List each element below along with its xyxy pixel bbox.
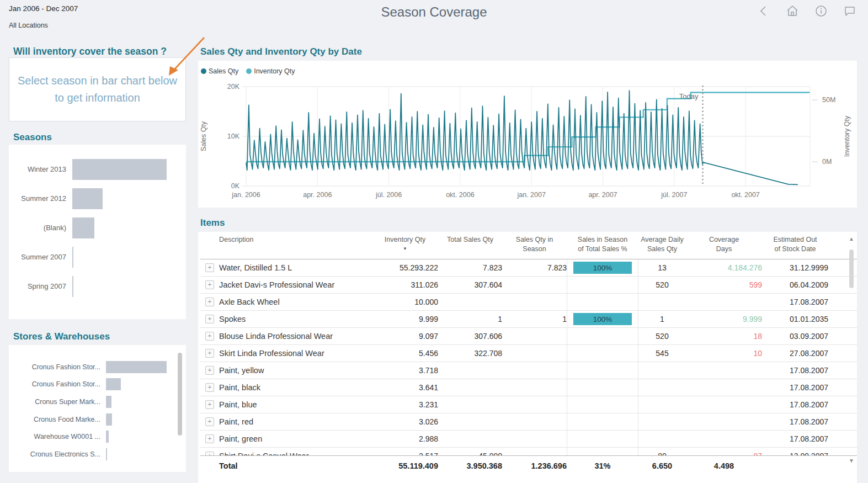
bar-spring-2007[interactable] — [72, 276, 73, 297]
cell-total: 322.708 — [438, 349, 502, 358]
cell-date: 17.08.2007 — [762, 383, 828, 392]
seasons-bar-chart: Winter 2013Summer 2012(Blank)Summer 2007… — [9, 145, 186, 319]
cell-coverage: 599 — [686, 280, 762, 289]
table-row[interactable]: +Paint, black3.64117.08.2007 — [200, 379, 857, 396]
expand-row-icon[interactable]: + — [205, 349, 214, 358]
bar-winter-2013[interactable] — [72, 159, 167, 180]
cell-total: 7.823 — [438, 263, 502, 272]
expand-row-icon[interactable]: + — [205, 263, 214, 272]
table-row[interactable]: +Spokes9.99911100%19.99901.01.2035 — [200, 311, 857, 328]
expander-cell: + — [200, 366, 219, 375]
items-scrollbar-thumb[interactable] — [849, 250, 854, 288]
stores-scrollbar-thumb[interactable] — [178, 353, 182, 436]
bar-label: Cronus Fashion Stor... — [9, 363, 100, 371]
stores-heading: Stores & Warehouses — [13, 331, 110, 342]
bar-row: Winter 2013 — [9, 155, 186, 184]
bar-summer-2012[interactable] — [72, 188, 103, 209]
bar-label: Warehouse W0001 ... — [9, 433, 100, 440]
back-icon[interactable] — [755, 3, 772, 19]
bar-cronus-super-mark-[interactable] — [106, 396, 111, 408]
table-row[interactable]: +Paint, red3.02617.08.2007 — [200, 413, 857, 431]
expand-row-icon[interactable]: + — [205, 400, 214, 409]
bar-cronus-fashion-stor-[interactable] — [106, 361, 167, 373]
info-icon[interactable] — [813, 3, 829, 19]
bar-label: Summer 2012 — [9, 194, 66, 203]
table-row[interactable]: +Paint, green2.98817.08.2007 — [200, 431, 857, 448]
pct-fill-bar: 100% — [573, 262, 632, 274]
table-row[interactable]: +Jacket Davi-s Professional Wear311.0263… — [200, 277, 857, 294]
table-row[interactable]: +Axle Back Wheel10.00017.08.2007 — [200, 294, 857, 311]
bar-summer-2007[interactable] — [72, 247, 73, 268]
y-left-axis-title: Sales Qty — [200, 121, 207, 151]
expand-row-icon[interactable]: + — [205, 280, 214, 289]
sales-qty-series[interactable] — [246, 91, 798, 184]
scroll-down-icon[interactable]: ▼ — [849, 458, 854, 464]
info-card: Select season in bar chart below to get … — [9, 57, 186, 121]
scroll-up-icon[interactable]: ▲ — [849, 236, 854, 242]
bar-cronus-fashion-stor-[interactable] — [106, 378, 121, 390]
col-header-total[interactable]: Total Sales Qty — [438, 235, 502, 245]
expand-row-icon[interactable]: + — [205, 417, 214, 426]
cell-date: 17.08.2007 — [762, 400, 828, 409]
x-tick-label: jan. 2006 — [231, 191, 260, 199]
items-table-rows: +Water, Distilled 1.5 L55.293.2227.8237.… — [198, 259, 857, 448]
cell-inv: 9.097 — [372, 332, 438, 341]
item-description: Spokes — [219, 315, 372, 323]
total-pct: 31% — [567, 461, 638, 470]
item-description: Paint, red — [219, 417, 372, 426]
info-card-heading: Will inventory cover the season ? — [13, 46, 167, 57]
cell-pct: 100% — [567, 311, 638, 327]
total-inv: 55.119.409 — [372, 461, 438, 470]
cell-avg: 545 — [638, 349, 686, 358]
table-row[interactable]: +Skirt Linda Professional Wear5.456322.7… — [200, 345, 857, 362]
bar-row: Cronus Food Marke... — [9, 411, 186, 428]
expander-cell: + — [200, 263, 219, 272]
total-cov: 4.498 — [686, 461, 762, 470]
x-tick-label: apr. 2007 — [588, 191, 617, 199]
bar--blank-[interactable] — [72, 217, 94, 238]
expand-row-icon[interactable]: + — [205, 315, 214, 323]
table-row[interactable]: +Paint, yellow3.71817.08.2007 — [200, 362, 857, 379]
bar-warehouse-w0001-[interactable] — [106, 431, 109, 443]
stores-scrollbar[interactable] — [176, 351, 184, 468]
sort-desc-icon[interactable]: ▼ — [403, 246, 407, 252]
items-heading: Items — [200, 217, 225, 229]
expander-cell: + — [200, 332, 219, 341]
cell-date: 27.08.2007 — [762, 349, 828, 358]
cell-inv: 3.641 — [372, 383, 438, 392]
table-row[interactable]: +Shirt Davi-s Casual Wear2.51745.0008087… — [200, 448, 857, 455]
expand-row-icon[interactable]: + — [205, 452, 214, 455]
table-row[interactable]: +Paint, blue3.23117.08.2007 — [200, 396, 857, 413]
col-header-inv[interactable]: Inventory Qty▼ — [372, 235, 438, 245]
col-header-pct[interactable]: Sales in Season of Total Sales % — [567, 235, 638, 254]
bar-row: Cronus Fashion Stor... — [9, 376, 186, 394]
comment-icon[interactable] — [842, 3, 858, 19]
home-icon[interactable] — [784, 3, 801, 19]
table-row[interactable]: +Blouse Linda Professional Wear9.097307.… — [200, 328, 857, 345]
bar-cronus-electronics-s-[interactable] — [106, 448, 107, 460]
expander-cell: + — [200, 383, 219, 392]
cell-inv: 3.231 — [372, 400, 438, 409]
bar-row: Spring 2007 — [9, 272, 186, 301]
y-right-tick-label: 50M — [822, 96, 835, 104]
x-tick-label: apr. 2006 — [303, 191, 332, 199]
expand-row-icon[interactable]: + — [205, 332, 214, 341]
col-header-desc[interactable]: Description — [219, 235, 372, 245]
col-header-date[interactable]: Estimated Out of Stock Date — [762, 235, 828, 254]
items-scrollbar[interactable]: ▲ ▼ — [848, 236, 855, 464]
bar-cronus-food-marke-[interactable] — [106, 413, 112, 426]
cell-inv: 55.293.222 — [372, 263, 438, 272]
sales-inventory-chart-svg[interactable]: Todayjan. 2006apr. 2006júl. 2006okt. 200… — [198, 61, 857, 208]
items-total-row: Total55.119.4093.950.3681.236.69631%6.65… — [198, 455, 857, 476]
col-header-avg[interactable]: Average Daily Sales Qty — [638, 235, 686, 254]
expand-row-icon[interactable]: + — [205, 383, 214, 392]
expand-row-icon[interactable]: + — [205, 298, 214, 306]
col-header-season[interactable]: Sales Qty in Season — [502, 235, 567, 254]
cell-pct — [567, 396, 638, 413]
table-row[interactable]: +Water, Distilled 1.5 L55.293.2227.8237.… — [200, 259, 857, 277]
y-left-tick-label: 0K — [231, 182, 240, 190]
col-header-cov[interactable]: Coverage Days — [686, 235, 762, 254]
item-description: Blouse Linda Professional Wear — [219, 332, 372, 341]
expand-row-icon[interactable]: + — [205, 434, 214, 443]
expand-row-icon[interactable]: + — [205, 366, 214, 375]
